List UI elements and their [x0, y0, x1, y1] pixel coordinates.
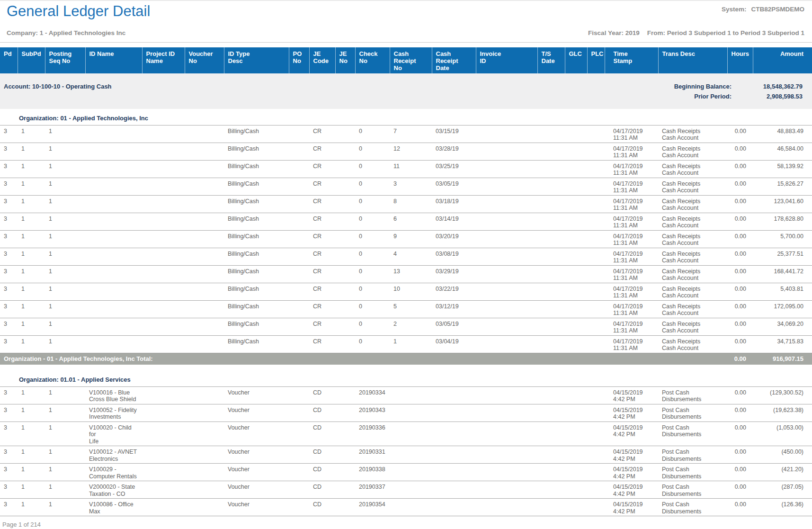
cell-glc — [565, 481, 587, 499]
cell-cash_receipt_date — [432, 481, 476, 499]
cell-po_no — [289, 230, 309, 248]
cell-plc — [587, 160, 605, 178]
cell-plc — [587, 446, 605, 464]
cell-je_code: CR — [309, 300, 335, 318]
cell-pd: 3 — [0, 421, 18, 446]
fiscal-range: From: Period 3 Subperiod 1 to Period 3 S… — [647, 29, 804, 36]
cell-posting_seq_no: 1 — [45, 421, 85, 446]
cell-project_id_name — [142, 265, 185, 283]
cell-ts_date — [537, 421, 565, 446]
cell-check_no: 0 — [355, 283, 390, 300]
cell-posting_seq_no: 1 — [45, 335, 85, 353]
cell-plc — [587, 248, 605, 265]
cell-glc — [565, 283, 587, 300]
cell-project_id_name — [142, 446, 185, 464]
cell-cash_receipt_no — [390, 499, 432, 516]
cell-cash_receipt_no: 11 — [390, 160, 432, 178]
cell-ts_date — [537, 213, 565, 230]
cell-pd: 3 — [0, 265, 18, 283]
cell-po_no — [289, 213, 309, 230]
col-header-project_id_name: Project ID Name — [142, 47, 185, 73]
cell-po_no — [289, 446, 309, 464]
cell-cash_receipt_no: 7 — [390, 125, 432, 143]
cell-cash_receipt_date: 03/05/19 — [432, 318, 476, 335]
col-header-plc: PLC — [587, 47, 605, 73]
cell-posting_seq_no: 1 — [45, 195, 85, 213]
col-header-ts_date: T/S Date — [537, 47, 565, 73]
cell-je_no — [335, 300, 355, 318]
table-row: 311V100029 - Computer RentalsVoucherCD20… — [0, 464, 812, 481]
cell-id_type_desc: Billing/Cash — [224, 283, 289, 300]
cell-plc — [587, 464, 605, 481]
cell-amount: 25,377.51 — [753, 248, 812, 265]
cell-project_id_name — [142, 386, 185, 404]
cell-invoice_id — [476, 213, 537, 230]
cell-subpd: 1 — [18, 178, 45, 195]
cell-amount: 178,628.80 — [753, 213, 812, 230]
cell-id_type_desc: Billing/Cash — [224, 178, 289, 195]
cell-time_stamp: 04/17/2019 11:31 AM — [605, 300, 658, 318]
cell-po_no — [289, 318, 309, 335]
cell-ts_date — [537, 125, 565, 143]
cell-po_no — [289, 160, 309, 178]
cell-invoice_id — [476, 160, 537, 178]
cell-glc — [565, 404, 587, 421]
cell-amount: (450.00) — [753, 446, 812, 464]
cell-trans_desc: Cash Receipts Cash Account — [658, 248, 727, 265]
cell-pd: 3 — [0, 178, 18, 195]
cell-id_name — [85, 213, 142, 230]
cell-glc — [565, 195, 587, 213]
cell-id_type_desc: Voucher — [224, 481, 289, 499]
cell-hours: 0.00 — [727, 178, 753, 195]
cell-ts_date — [537, 499, 565, 516]
cell-plc — [587, 125, 605, 143]
cell-amount: (19,623.38) — [753, 404, 812, 421]
cell-invoice_id — [476, 195, 537, 213]
cell-time_stamp: 04/15/2019 4:42 PM — [605, 499, 658, 516]
cell-time_stamp: 04/17/2019 11:31 AM — [605, 160, 658, 178]
cell-subpd: 1 — [18, 160, 45, 178]
cell-hours: 0.00 — [727, 386, 753, 404]
table-row: 311Billing/CashCR0303/05/1904/17/2019 11… — [0, 178, 812, 195]
cell-plc — [587, 404, 605, 421]
cell-plc — [587, 213, 605, 230]
col-header-je_code: JE Code — [309, 47, 335, 73]
cell-po_no — [289, 195, 309, 213]
cell-cash_receipt_date: 03/22/19 — [432, 283, 476, 300]
cell-id_name — [85, 283, 142, 300]
cell-je_code: CR — [309, 160, 335, 178]
cell-amount: (1,053.00) — [753, 421, 812, 446]
cell-ts_date — [537, 248, 565, 265]
cell-posting_seq_no: 1 — [45, 446, 85, 464]
cell-amount: 46,584.00 — [753, 143, 812, 160]
cell-id_name — [85, 160, 142, 178]
cell-invoice_id — [476, 300, 537, 318]
cell-id_name: V100052 - Fidelity Investments — [85, 404, 142, 421]
cell-glc — [565, 335, 587, 353]
cell-project_id_name — [142, 143, 185, 160]
cell-je_code: CR — [309, 318, 335, 335]
cell-je_code: CD — [309, 386, 335, 404]
cell-posting_seq_no: 1 — [45, 404, 85, 421]
col-header-hours: Hours — [727, 47, 753, 73]
account-band: Account: 10-100-10 - Operating Cash Begi… — [0, 81, 812, 102]
cell-je_no — [335, 230, 355, 248]
cell-invoice_id — [476, 178, 537, 195]
column-header-row: PdSubPdPosting Seq NoID NameProject ID N… — [0, 47, 812, 73]
cell-voucher_no — [185, 213, 224, 230]
cell-hours: 0.00 — [727, 464, 753, 481]
table-row: 311Billing/CashCR01003/22/1904/17/2019 1… — [0, 283, 812, 300]
cell-project_id_name — [142, 178, 185, 195]
table-row: 311V100012 - AVNET ElectronicsVoucherCD2… — [0, 446, 812, 464]
page-footer: Page 1 of 214 — [2, 521, 812, 528]
cell-ts_date — [537, 160, 565, 178]
cell-je_no — [335, 404, 355, 421]
col-header-invoice_id: Invoice ID — [476, 47, 537, 73]
col-header-time_stamp: Time Stamp — [605, 47, 658, 73]
cell-id_name: V100016 - Blue Cross Blue Shield — [85, 386, 142, 404]
spacer — [0, 365, 812, 370]
cell-pd: 3 — [0, 230, 18, 248]
cell-id_name — [85, 143, 142, 160]
cell-project_id_name — [142, 335, 185, 353]
cell-trans_desc: Cash Receipts Cash Account — [658, 283, 727, 300]
